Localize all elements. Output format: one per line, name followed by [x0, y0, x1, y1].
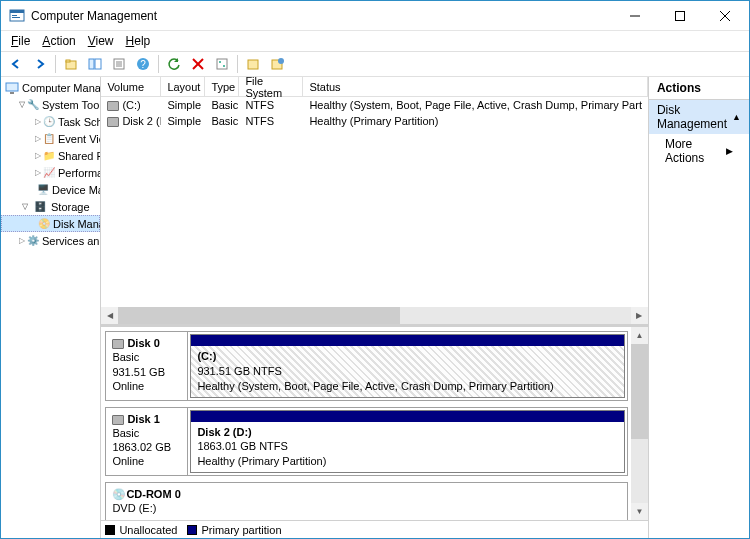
- forward-button[interactable]: [29, 53, 51, 75]
- chevron-right-icon[interactable]: [35, 116, 41, 127]
- back-button[interactable]: [5, 53, 27, 75]
- scroll-thumb[interactable]: [631, 344, 648, 439]
- volume-list[interactable]: Volume Layout Type File System Status (C…: [101, 77, 648, 324]
- tools-icon: 🔧: [27, 97, 39, 113]
- col-volume[interactable]: Volume: [101, 77, 161, 96]
- action1-button[interactable]: [242, 53, 264, 75]
- nav-tree[interactable]: Computer Management (Local 🔧System Tools…: [1, 77, 101, 538]
- scroll-thumb[interactable]: [118, 307, 400, 324]
- chevron-down-icon[interactable]: [19, 201, 30, 212]
- disk-row[interactable]: 💿CD-ROM 0 DVD (E:) No Media: [105, 482, 628, 520]
- chevron-right-icon[interactable]: [19, 235, 25, 246]
- cd-icon: 💿: [112, 488, 126, 500]
- tree-root[interactable]: Computer Management (Local: [1, 79, 100, 96]
- scroll-right-icon[interactable]: ▶: [631, 307, 648, 324]
- tree-performance[interactable]: 📈Performance: [1, 164, 100, 181]
- volume-columns: Volume Layout Type File System Status: [101, 77, 648, 97]
- volume-row[interactable]: (C:) Simple Basic NTFS Healthy (System, …: [101, 97, 648, 113]
- collapse-icon[interactable]: ▲: [732, 112, 741, 122]
- chevron-right-icon[interactable]: [35, 167, 41, 178]
- svg-point-25: [278, 58, 284, 64]
- storage-icon: 🗄️: [32, 199, 48, 215]
- legend-primary-icon: [187, 525, 197, 535]
- tree-device-manager[interactable]: 🖥️Device Manager: [1, 181, 100, 198]
- disk-icon: 📀: [38, 216, 50, 232]
- up-button[interactable]: [60, 53, 82, 75]
- scroll-left-icon[interactable]: ◀: [101, 307, 118, 324]
- svg-rect-11: [95, 59, 101, 69]
- actions-selection[interactable]: Disk Management ▲: [649, 100, 749, 134]
- delete-button[interactable]: [187, 53, 209, 75]
- tree-storage[interactable]: 🗄️Storage: [1, 198, 100, 215]
- tree-disk-management[interactable]: 📀Disk Management: [1, 215, 100, 232]
- chevron-down-icon[interactable]: [19, 99, 25, 110]
- perf-icon: 📈: [43, 165, 55, 181]
- col-type[interactable]: Type: [205, 77, 239, 96]
- app-icon: [9, 8, 25, 24]
- svg-point-22: [223, 65, 225, 67]
- svg-text:?: ?: [140, 59, 146, 70]
- action2-button[interactable]: [266, 53, 288, 75]
- svg-rect-1: [10, 10, 24, 13]
- tree-systools[interactable]: 🔧System Tools: [1, 96, 100, 113]
- svg-rect-20: [217, 59, 227, 69]
- legend: Unallocated Primary partition: [101, 520, 648, 538]
- refresh-button[interactable]: [163, 53, 185, 75]
- menu-file[interactable]: File: [5, 32, 36, 50]
- actions-pane: Actions Disk Management ▲ More Actions ▶: [649, 77, 749, 538]
- tree-event-viewer[interactable]: 📋Event Viewer: [1, 130, 100, 147]
- menubar: File Action View Help: [1, 31, 749, 51]
- toolbar: ?: [1, 51, 749, 77]
- tree-services[interactable]: ⚙️Services and Applications: [1, 232, 100, 249]
- close-button[interactable]: [702, 2, 747, 30]
- svg-point-21: [219, 61, 221, 63]
- disk-partition[interactable]: Disk 2 (D:) 1863.01 GB NTFS Healthy (Pri…: [190, 410, 625, 474]
- disk-partition[interactable]: (C:) 931.51 GB NTFS Healthy (System, Boo…: [190, 334, 625, 398]
- folder-icon: 📁: [43, 148, 55, 164]
- disk-graphical-view: Disk 0 Basic 931.51 GB Online (C:) 931.5…: [101, 324, 648, 538]
- actions-more[interactable]: More Actions ▶: [649, 134, 749, 168]
- drive-icon: [107, 117, 119, 127]
- menu-view[interactable]: View: [82, 32, 120, 50]
- svg-rect-3: [12, 17, 20, 18]
- chevron-right-icon: ▶: [726, 146, 733, 156]
- disk-row[interactable]: Disk 1 Basic 1863.02 GB Online Disk 2 (D…: [105, 407, 628, 477]
- svg-rect-9: [66, 60, 70, 62]
- window-title: Computer Management: [31, 9, 612, 23]
- disk-label: Disk 0 Basic 931.51 GB Online: [106, 332, 188, 400]
- main-content: Volume Layout Type File System Status (C…: [101, 77, 649, 538]
- event-icon: 📋: [43, 131, 55, 147]
- menu-help[interactable]: Help: [120, 32, 157, 50]
- menu-action[interactable]: Action: [36, 32, 81, 50]
- disk-icon: [112, 415, 124, 425]
- svg-rect-10: [89, 59, 94, 69]
- settings-button[interactable]: [211, 53, 233, 75]
- volume-row[interactable]: Disk 2 (D:) Simple Basic NTFS Healthy (P…: [101, 113, 648, 129]
- maximize-button[interactable]: [657, 2, 702, 30]
- legend-unallocated-icon: [105, 525, 115, 535]
- tree-task-scheduler[interactable]: 🕒Task Scheduler: [1, 113, 100, 130]
- disk-row[interactable]: Disk 0 Basic 931.51 GB Online (C:) 931.5…: [105, 331, 628, 401]
- device-icon: 🖥️: [37, 182, 49, 198]
- clock-icon: 🕒: [43, 114, 55, 130]
- services-icon: ⚙️: [27, 233, 39, 249]
- vertical-scrollbar[interactable]: ▲ ▼: [631, 327, 648, 520]
- scroll-down-icon[interactable]: ▼: [631, 503, 648, 520]
- show-hide-tree-button[interactable]: [84, 53, 106, 75]
- actions-header: Actions: [649, 77, 749, 100]
- minimize-button[interactable]: [612, 2, 657, 30]
- computer-icon: [5, 80, 19, 96]
- properties-button[interactable]: [108, 53, 130, 75]
- scroll-up-icon[interactable]: ▲: [631, 327, 648, 344]
- tree-shared-folders[interactable]: 📁Shared Folders: [1, 147, 100, 164]
- help-button[interactable]: ?: [132, 53, 154, 75]
- disk-icon: [112, 339, 124, 349]
- col-filesystem[interactable]: File System: [239, 77, 303, 96]
- col-status[interactable]: Status: [303, 77, 648, 96]
- horizontal-scrollbar[interactable]: ◀ ▶: [101, 307, 648, 324]
- chevron-right-icon[interactable]: [35, 133, 41, 144]
- col-layout[interactable]: Layout: [161, 77, 205, 96]
- disk-label: 💿CD-ROM 0 DVD (E:) No Media: [106, 483, 188, 520]
- chevron-right-icon[interactable]: [35, 150, 41, 161]
- svg-rect-2: [12, 15, 17, 16]
